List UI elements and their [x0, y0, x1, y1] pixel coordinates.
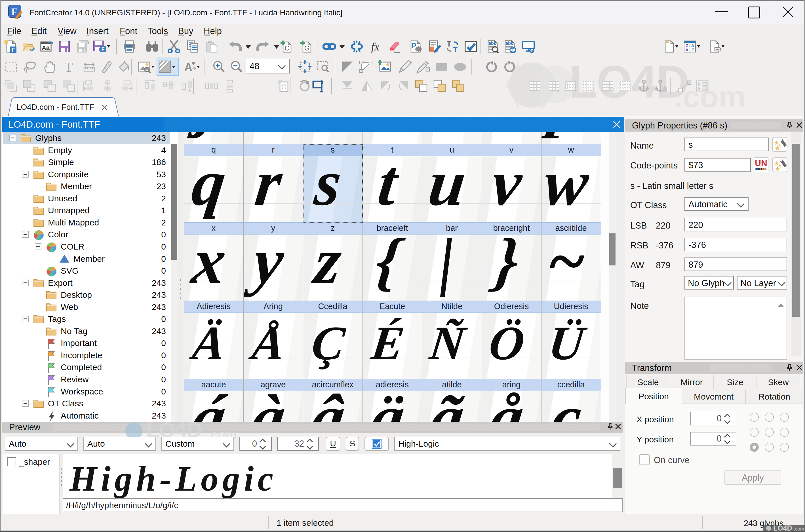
svg-text:F: F — [12, 47, 15, 53]
svg-text:G: G — [304, 44, 310, 52]
svg-text:T: T — [64, 60, 73, 73]
svg-text:A: A — [686, 48, 689, 52]
svg-text:T: T — [447, 40, 451, 48]
svg-text:Z: Z — [691, 48, 694, 52]
svg-text:UN: UN — [755, 158, 767, 168]
svg-text:UNCODE: UNCODE — [755, 168, 767, 171]
svg-text:G: G — [281, 83, 287, 91]
svg-text:T: T — [453, 45, 457, 53]
svg-text:abc: abc — [488, 41, 497, 46]
svg-text:fx: fx — [371, 40, 379, 53]
svg-text:Aa: Aa — [42, 44, 50, 51]
svg-text:F: F — [101, 46, 105, 52]
svg-text:A: A — [184, 61, 193, 73]
svg-text:abc: abc — [505, 41, 513, 46]
svg-text:C: C — [284, 44, 289, 52]
